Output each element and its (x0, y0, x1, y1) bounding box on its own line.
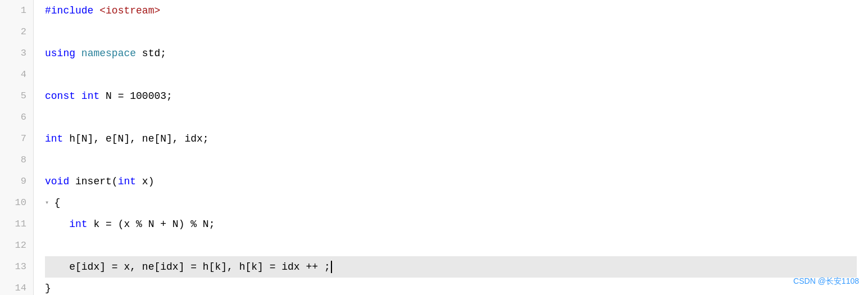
token-plain: k = (x % N + N) % N; (88, 214, 215, 235)
token-kw: int (118, 171, 136, 192)
code-line (45, 107, 857, 128)
code-line: #include <iostream> (45, 0, 857, 21)
line-number: 6 (0, 107, 26, 128)
token-kw: int (45, 128, 63, 149)
token-plain (45, 214, 69, 235)
code-line: int k = (x % N + N) % N; (45, 214, 857, 235)
token-kw: using (45, 43, 75, 64)
token-kw: int (81, 85, 99, 107)
code-line (45, 149, 857, 171)
fold-arrow-icon[interactable]: ▾ (45, 192, 53, 214)
code-line: const int N = 100003; (45, 85, 857, 107)
token-kw: void (45, 171, 69, 192)
code-line: int h[N], e[N], ne[N], idx; (45, 128, 857, 149)
token-plain: insert( (69, 171, 117, 192)
token-pre: #include (45, 0, 93, 21)
token-plain: std; (136, 43, 166, 64)
line-number-gutter: 1234567891011121314151617 (0, 0, 34, 295)
token-plain: x) (136, 171, 154, 192)
token-plain (75, 43, 81, 64)
token-kw: const (45, 85, 75, 107)
code-line: } (45, 278, 857, 295)
code-line: e[idx] = x, ne[idx] = h[k], h[k] = idx +… (45, 256, 857, 278)
token-plain: } (45, 278, 51, 295)
watermark: CSDN @长安1108 (793, 270, 859, 292)
code-line: ▾ { (45, 192, 857, 214)
line-number: 3 (0, 43, 26, 64)
token-kw: int (69, 214, 87, 235)
token-ns-kw: namespace (81, 43, 136, 64)
line-number: 7 (0, 128, 26, 149)
line-number: 5 (0, 85, 26, 107)
code-line (45, 21, 857, 43)
code-line (45, 64, 857, 85)
line-number: 8 (0, 149, 26, 171)
token-plain: { (54, 192, 60, 214)
line-number: 12 (0, 235, 26, 256)
line-number: 1 (0, 0, 26, 21)
line-number: 14 (0, 278, 26, 295)
line-number: 9 (0, 171, 26, 192)
code-line (45, 235, 857, 256)
token-plain (93, 0, 99, 21)
code-editor: 1234567891011121314151617 #include <iost… (0, 0, 868, 295)
code-line: void insert(int x) (45, 171, 857, 192)
token-plain: N = 100003; (99, 85, 172, 107)
line-number: 10 (0, 192, 26, 214)
line-number: 4 (0, 64, 26, 85)
code-line: using namespace std; (45, 43, 857, 64)
text-cursor (331, 261, 332, 273)
token-inc: <iostream> (99, 0, 160, 21)
line-number: 2 (0, 21, 26, 43)
line-number: 13 (0, 256, 26, 278)
line-number: 11 (0, 214, 26, 235)
token-plain: h[N], e[N], ne[N], idx; (63, 128, 208, 149)
token-plain: e[idx] = x, ne[idx] = h[k], h[k] = idx +… (45, 256, 330, 278)
token-plain (75, 85, 81, 107)
code-area[interactable]: #include <iostream>using namespace std;c… (34, 0, 868, 295)
